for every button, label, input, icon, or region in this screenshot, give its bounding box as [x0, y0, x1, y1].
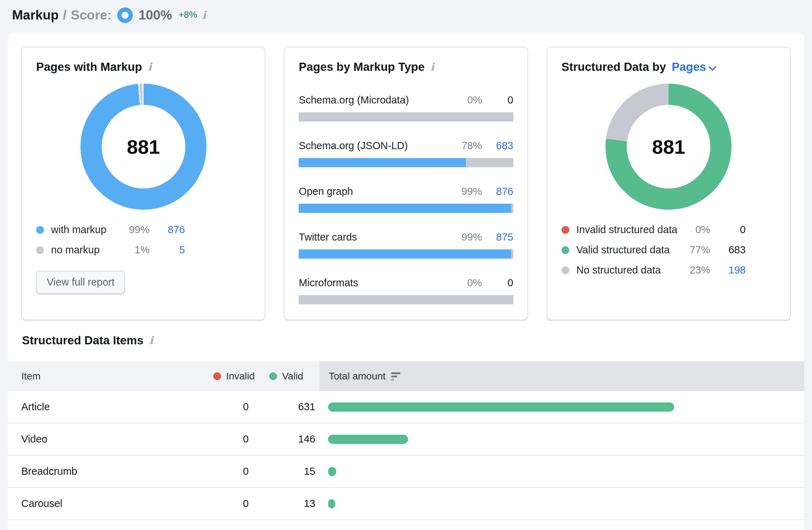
sort-descending-icon[interactable] [391, 372, 400, 380]
legend-dot-icon [36, 226, 44, 234]
total-amount-cell [320, 467, 804, 476]
card-pages-with-markup: Pages with Markup i 881 with markup 99% … [21, 47, 265, 320]
info-icon[interactable]: i [149, 335, 153, 346]
markup-type-label: Microformats [299, 277, 453, 289]
structured-data-items-header: Structured Data Items i [22, 334, 791, 347]
invalid-count: 0 [199, 433, 256, 445]
total-amount-cell [320, 499, 804, 508]
markup-type-row: Microformats 0% 0 [299, 277, 513, 304]
legend-count[interactable]: 0 [710, 224, 746, 236]
pages-with-markup-legend: with markup 99% 876 no markup 1% 5 [36, 224, 250, 256]
legend-item: Valid structured data 77% 683 [562, 244, 746, 256]
item-name: Article [8, 401, 199, 413]
markup-type-count-link[interactable]: 0 [489, 277, 513, 289]
table-row[interactable]: Breadcrumb 0 15 [8, 456, 804, 488]
donut-total: 881 [80, 84, 207, 210]
markup-type-count-link[interactable]: 683 [489, 140, 513, 152]
card-structured-data-by-pages: Structured Data by Pages 881 Invalid str… [547, 47, 791, 320]
markup-type-rows: Schema.org (Microdata) 0% 0 Schema.org (… [299, 94, 513, 304]
total-amount-bar [328, 499, 335, 508]
section-title: Structured Data Items [22, 334, 143, 347]
structured-data-donut-chart: 881 [605, 84, 732, 210]
legend-label: Valid structured data [571, 244, 678, 256]
legend-percent: 23% [678, 264, 710, 276]
total-amount-bar [328, 402, 674, 412]
card-title: Pages by Markup Type [299, 60, 424, 74]
total-amount-bar [328, 467, 336, 476]
legend-percent: 1% [118, 244, 150, 256]
table-body: Article 0 631 Video 0 146 [8, 391, 804, 520]
table-row[interactable]: Video 0 146 [8, 423, 804, 456]
legend-label: no markup [45, 244, 118, 256]
pages-with-markup-donut-chart: 881 [80, 84, 207, 210]
markup-type-count-link[interactable]: 875 [489, 231, 513, 243]
progress-track [299, 295, 513, 304]
view-full-report-button[interactable]: View full report [36, 271, 125, 294]
markup-type-label: Schema.org (Microdata) [299, 94, 453, 106]
markup-type-row: Open graph 99% 876 [299, 186, 513, 213]
legend-count[interactable]: 683 [710, 244, 746, 256]
legend-label: with markup [45, 224, 118, 236]
summary-cards: Pages with Markup i 881 with markup 99% … [21, 47, 791, 320]
item-name: Carousel [8, 498, 199, 509]
markup-type-percent: 0% [454, 94, 482, 106]
legend-dot-icon [562, 246, 569, 254]
progress-track [299, 204, 513, 213]
legend-count[interactable]: 198 [710, 264, 746, 276]
column-header-valid-label: Valid [282, 371, 303, 382]
item-name: Breadcrumb [8, 466, 199, 477]
markup-type-row: Schema.org (Microdata) 0% 0 [299, 94, 513, 122]
report-panel: Pages with Markup i 881 with markup 99% … [8, 33, 804, 530]
card-title: Structured Data by [562, 60, 666, 74]
column-header-total-label: Total amount [329, 371, 385, 382]
legend-label: Invalid structured data [571, 224, 678, 236]
valid-count: 15 [256, 466, 320, 477]
markup-type-percent: 78% [454, 140, 482, 152]
legend-count-link[interactable]: 5 [150, 244, 185, 256]
legend-dot-icon [562, 226, 569, 234]
invalid-count: 0 [199, 498, 256, 509]
column-header-invalid-label: Invalid [226, 371, 255, 382]
legend-item: No structured data 23% 198 [562, 264, 746, 276]
valid-count: 13 [256, 498, 320, 509]
page-title: Markup [12, 8, 59, 23]
legend-count-link[interactable]: 876 [150, 224, 185, 236]
markup-type-label: Open graph [299, 186, 453, 197]
info-icon[interactable]: i [148, 62, 152, 72]
markup-type-row: Schema.org (JSON-LD) 78% 683 [299, 140, 513, 167]
structured-data-legend: Invalid structured data 0% 0 Valid struc… [562, 224, 776, 276]
valid-count: 631 [256, 401, 320, 413]
column-header-total-amount[interactable]: Total amount [320, 361, 804, 391]
pages-dropdown-value: Pages [672, 60, 706, 73]
valid-dot-icon [269, 372, 277, 380]
info-icon[interactable]: i [430, 62, 434, 72]
markup-type-label: Schema.org (JSON-LD) [299, 140, 453, 152]
progress-fill [299, 249, 511, 259]
progress-fill [299, 158, 466, 167]
markup-type-row: Twitter cards 99% 875 [299, 231, 513, 259]
pages-dropdown[interactable]: Pages [672, 60, 715, 74]
table-header-row: Item Invalid Valid Total amount [8, 361, 804, 391]
markup-type-percent: 99% [454, 231, 482, 243]
markup-type-count-link[interactable]: 0 [489, 94, 513, 106]
score-ring-icon [117, 7, 133, 23]
markup-type-count-link[interactable]: 876 [489, 186, 513, 197]
card-title: Pages with Markup [36, 60, 142, 74]
table-row[interactable]: Carousel 0 13 [8, 488, 804, 520]
markup-type-percent: 0% [454, 277, 482, 289]
score-label: Score: [71, 8, 112, 23]
score-value: 100% [139, 8, 172, 23]
legend-dot-icon [36, 246, 44, 254]
total-amount-cell [320, 402, 804, 412]
progress-track [299, 112, 513, 122]
table-row[interactable]: Article 0 631 [8, 391, 804, 423]
invalid-count: 0 [199, 401, 256, 413]
column-header-item: Item [8, 371, 199, 382]
markup-type-label: Twitter cards [299, 231, 453, 243]
chevron-down-icon [709, 63, 717, 71]
total-amount-cell [320, 435, 804, 444]
valid-count: 146 [256, 433, 320, 445]
info-icon[interactable]: i [202, 10, 206, 21]
donut-total: 881 [605, 84, 732, 210]
legend-percent: 0% [678, 224, 710, 236]
